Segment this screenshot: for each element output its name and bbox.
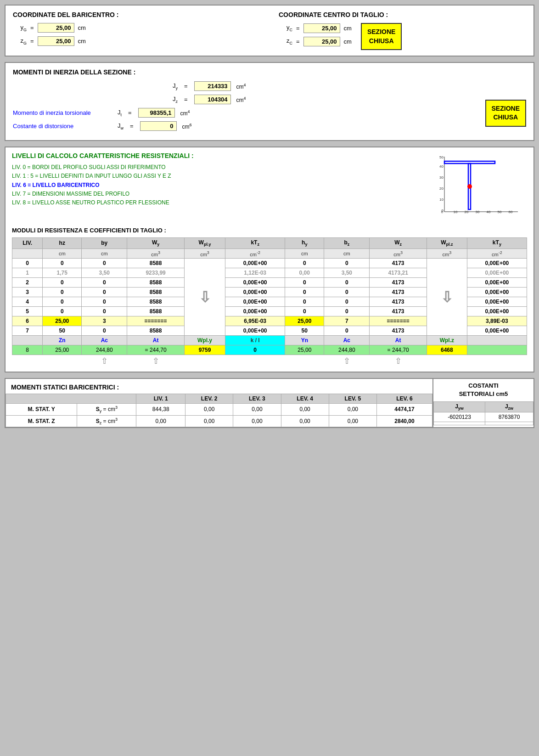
unit-ktz: cm-2 [225, 248, 285, 259]
col-lev2: LEV. 2 [185, 394, 233, 404]
zG-input[interactable]: 25,00 [38, 36, 74, 46]
inerzia-title: MOMENTI DI INERZIA DELLA SEZIONE : [13, 68, 476, 76]
cell-liv: 1 [12, 268, 43, 278]
centro-taglio-group: COORDINATE CENTRO DI TAGLIO : yC = 25,00… [279, 11, 526, 50]
centro-taglio-title: COORDINATE CENTRO DI TAGLIO : [279, 11, 526, 18]
cell-liv: 3 [12, 288, 43, 297]
table-unit-row: cm cm cm3 cm3 cm-2 cm cm cm3 cm3 cm-2 [12, 248, 527, 259]
Jw-row: Costante di distorsione Jw = 0 cm6 [13, 121, 476, 131]
svg-text:10: 10 [439, 197, 444, 202]
costanti-table: Jyw Jzw -60201238763870 [433, 401, 533, 425]
momenti-body: M. STAT. YSy = cm3844,380,000,000,000,00… [6, 404, 432, 427]
svg-text:30: 30 [439, 175, 444, 180]
Jw-desc: Costante di distorsione [13, 123, 114, 130]
col-wplz: Wpl.z [427, 238, 467, 248]
Jw-input[interactable]: 0 [140, 121, 177, 131]
coordinate-panel: COORDINATE DEL BARICENTRO : yG = 25,00 c… [5, 5, 534, 56]
lev8-desc: LIV. 8 = LIVELLO ASSE NEUTRO PLASTICO PE… [12, 198, 426, 207]
yG-unit: cm [78, 24, 86, 31]
svg-text:0: 0 [442, 209, 444, 213]
costanti-row-1: -60201238763870 [434, 412, 533, 422]
zC-row: zC = 25,00 cm [279, 37, 352, 46]
costanti-row-2 [434, 422, 533, 425]
svg-text:30: 30 [476, 210, 480, 214]
zG-unit: cm [78, 38, 86, 45]
col-hz: hz [43, 238, 82, 248]
Jt-row: Momento di inerzia torsionale Jt = 98355… [13, 108, 476, 118]
col-jzw: Jzw [485, 401, 533, 412]
costanti-body: -60201238763870 [434, 412, 533, 425]
lev7-desc: LIV. 7 = DIMENSIONI MASSIME DEL PROFILO [12, 190, 426, 198]
yC-input[interactable]: 25,00 [303, 23, 340, 33]
Jy-unit: cm4 [236, 83, 246, 90]
unit-wy: cm3 [127, 248, 185, 259]
baricentro-title: COORDINATE DEL BARICENTRO : [13, 11, 260, 18]
yC-unit: cm [344, 25, 352, 32]
Jt-desc: Momento di inerzia torsionale [13, 109, 114, 116]
wply-arrow-cell: ⇩ [184, 259, 225, 336]
momenti-header-row: LIV. 1 LEV. 2 LEV. 3 LEV. 4 LEV. 5 LEV. … [6, 394, 432, 404]
Jz-unit: cm4 [236, 96, 246, 103]
Jw-unit: cm6 [182, 123, 192, 130]
wplz-arrow-cell: ⇩ [427, 259, 467, 336]
lev0-desc: LIV. 0 = BORDI DEL PROFILO SUGLI ASSI DI… [12, 163, 426, 172]
yG-label: yG [13, 24, 27, 32]
unit-hz: cm [43, 248, 82, 259]
cell-liv: 6 [12, 316, 43, 326]
zC-input[interactable]: 25,00 [303, 37, 340, 46]
mstat-y-row: M. STAT. YSy = cm3844,380,000,000,000,00… [6, 404, 432, 415]
Jy-row: Jy = 214333 cm4 [13, 81, 476, 91]
zG-label: zG [13, 37, 27, 45]
Jz-row: Jz = 104304 cm4 [13, 95, 476, 104]
svg-text:10: 10 [454, 210, 458, 214]
yG-input[interactable]: 25,00 [38, 23, 74, 33]
profile-chart: 0 10 20 30 40 50 60 0 10 20 30 40 50 [435, 152, 527, 222]
Jy-input[interactable]: 214333 [194, 81, 231, 91]
col-wply: Wpl.y [184, 238, 225, 248]
yG-row: yG = 25,00 cm [13, 23, 260, 33]
baricentro-group: COORDINATE DEL BARICENTRO : yG = 25,00 c… [13, 11, 260, 50]
footer-label-row: ZnAcAtWpl.yk / lYnAcAtWpl.z [12, 336, 527, 345]
cell-liv: 5 [12, 307, 43, 316]
unit-wz: cm3 [370, 248, 427, 259]
svg-text:20: 20 [465, 210, 469, 214]
col-lev5: LEV. 5 [329, 394, 376, 404]
costanti-title: COSTANTISETTORIALI cm5 [433, 379, 533, 401]
table-body: 0008588⇩0,00E+00004173⇩0,00E+0011,753,50… [12, 259, 527, 367]
lev6-desc: LIV. 6 = LIVELLO BARICENTRICO [12, 181, 426, 190]
costanti-panel: COSTANTISETTORIALI cm5 Jyw Jzw -60201238… [433, 378, 534, 428]
moduli-title: MODULI DI RESISTENZA E COEFFICIENTI DI T… [12, 227, 527, 234]
svg-point-17 [467, 184, 472, 189]
momenti-title: MOMENTI STATICI BARICENTRICI : [6, 379, 432, 394]
sezione-chiusa-badge-2: SEZIONECHIUSA [485, 100, 526, 127]
col-lev4: LEV. 4 [281, 394, 329, 404]
table-header-row: LIV. hz by Wy Wpl.y kTz hy bz Wz Wpl.z k… [12, 238, 527, 248]
row-8: 825,00244,80= 244,709759025,00244,80= 24… [12, 345, 527, 355]
lev15-desc: LIV. 1 : 5 = LIVELLI DEFINITI DA INPUT L… [12, 172, 426, 181]
svg-text:20: 20 [439, 186, 444, 191]
Jz-input[interactable]: 104304 [194, 95, 231, 104]
sezione-chiusa-badge-1: SEZIONECHIUSA [361, 23, 402, 50]
Jt-input[interactable]: 98355,1 [138, 108, 175, 118]
resistance-table: LIV. hz by Wy Wpl.y kTz hy bz Wz Wpl.z k… [12, 237, 527, 367]
unit-hy: cm [285, 248, 324, 259]
inerzia-panel: MOMENTI DI INERZIA DELLA SEZIONE : Jy = … [5, 62, 534, 141]
svg-text:40: 40 [439, 164, 444, 169]
mstat-z-row: M. STAT. ZSz = cm30,000,000,000,000,0028… [6, 415, 432, 427]
momenti-panel: MOMENTI STATICI BARICENTRICI : LIV. 1 LE… [5, 378, 433, 428]
cell-liv: 4 [12, 297, 43, 307]
zC-unit: cm [344, 38, 352, 45]
svg-text:60: 60 [509, 210, 513, 214]
col-wy: Wy [127, 238, 185, 248]
svg-text:50: 50 [439, 155, 444, 159]
col-lev3: LEV. 3 [233, 394, 281, 404]
col-by: by [82, 238, 127, 248]
unit-kty: cm-2 [467, 248, 527, 259]
zG-row: zG = 25,00 cm [13, 36, 260, 46]
yC-row: yC = 25,00 cm [279, 23, 352, 33]
costanti-header-row: Jyw Jzw [434, 401, 533, 412]
momenti-table: LIV. 1 LEV. 2 LEV. 3 LEV. 4 LEV. 5 LEV. … [6, 394, 432, 427]
main-container: COORDINATE DEL BARICENTRO : yG = 25,00 c… [5, 5, 534, 428]
arrow-up-row: ⇧⇧⇧⇧ [12, 355, 527, 367]
col-ktz: kTz [225, 238, 285, 248]
